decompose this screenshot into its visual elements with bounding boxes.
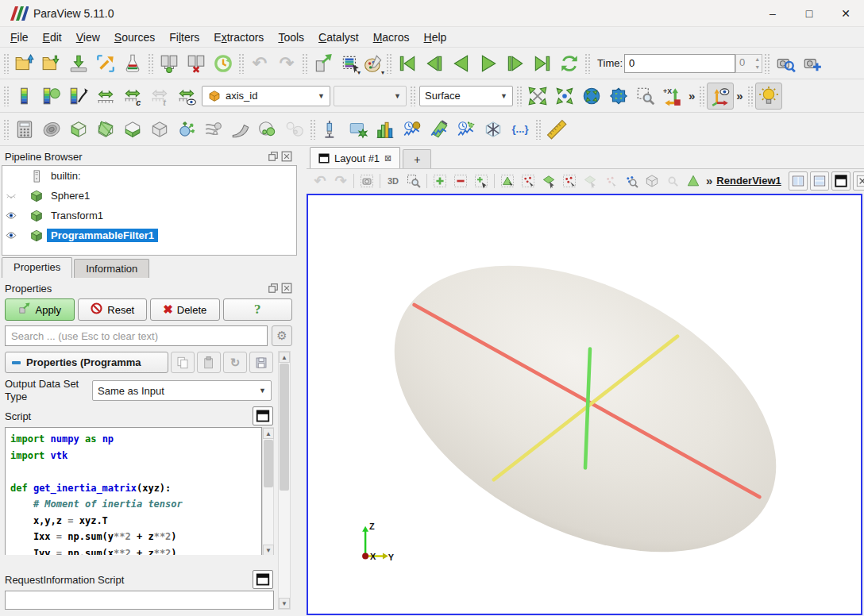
sel-points-on-button[interactable] (450, 171, 471, 191)
float-panel-icon[interactable] (268, 151, 279, 162)
pipeline-item-sphere1[interactable]: Sphere1 (2, 186, 296, 206)
toggle-legend-button[interactable] (38, 83, 65, 110)
toolbar-grip[interactable] (310, 119, 316, 140)
ungroup-button[interactable] (281, 116, 308, 143)
ruler-button[interactable] (543, 116, 570, 143)
render-view-name[interactable]: RenderView1 (716, 175, 781, 187)
viewbar-overflow[interactable]: » (704, 174, 715, 187)
hover-points-button[interactable] (621, 171, 642, 191)
copy-properties-button[interactable] (171, 352, 195, 373)
eye-closed-icon[interactable] (2, 191, 20, 201)
save-data-button[interactable] (38, 50, 65, 77)
output-dataset-type-select[interactable]: Same as Input ▼ (92, 380, 272, 401)
pipeline-item-builtin[interactable]: builtin: (2, 166, 296, 186)
camera-zoom-button[interactable] (772, 50, 799, 77)
zoom-closest-button[interactable] (605, 83, 632, 110)
reset-camera-closest-button[interactable] (578, 83, 605, 110)
split-vertical-button[interactable] (810, 171, 829, 191)
int-sel-points-button[interactable] (559, 171, 580, 191)
layout-tab[interactable]: Layout #1 ⊠ (310, 147, 400, 168)
slice-axes-button[interactable] (480, 116, 507, 143)
float-panel-icon[interactable] (268, 283, 279, 294)
plot-over-line-button[interactable] (426, 116, 453, 143)
plot-selection-time-button[interactable] (453, 116, 480, 143)
view-direction-button[interactable]: +X (659, 83, 686, 110)
close-button[interactable]: ✕ (827, 0, 864, 26)
calculator-button[interactable] (11, 116, 38, 143)
toolbar-grip[interactable] (747, 86, 754, 106)
stream-tracer-button[interactable] (200, 116, 227, 143)
close-panel-icon[interactable] (281, 283, 292, 294)
vcr-play-button[interactable] (475, 50, 502, 77)
capture-button[interactable] (357, 171, 377, 191)
light-kit-button[interactable] (755, 83, 782, 110)
close-panel-icon[interactable] (281, 151, 292, 162)
pipeline-item-transform1[interactable]: Transform1 (2, 206, 296, 225)
plot-over-time-button[interactable] (399, 116, 426, 143)
delete-button[interactable]: ✖ Delete (150, 298, 220, 321)
rescale-custom-button[interactable]: c (119, 83, 146, 110)
colormap-button[interactable] (11, 83, 38, 110)
grow-selection-button[interactable] (662, 171, 683, 191)
rescale-visible-button[interactable] (173, 83, 200, 110)
menu-catalyst[interactable]: Catalyst (311, 29, 366, 46)
programmable-filter-button[interactable]: {...} (507, 116, 534, 143)
export-scene-button[interactable] (92, 50, 119, 77)
server-connect-button[interactable] (156, 50, 183, 77)
sel-cells-on-button[interactable] (430, 171, 450, 191)
section-properties-header[interactable]: Properties (Programma (5, 352, 168, 373)
open-button[interactable] (11, 50, 38, 77)
properties-vscrollbar[interactable]: ▲ ▼ (278, 351, 291, 610)
edit-colormap-button[interactable] (65, 83, 92, 110)
expand-request-script-button[interactable] (253, 570, 273, 589)
help-button[interactable]: ? (223, 298, 293, 321)
close-view-button[interactable] (853, 171, 864, 191)
reset-button[interactable]: Reset (78, 298, 148, 321)
request-information-script-editor[interactable] (5, 591, 274, 610)
toolbar-grip[interactable] (386, 53, 392, 74)
menu-tools[interactable]: Tools (271, 29, 311, 46)
redo-button[interactable]: ↷ (273, 50, 300, 77)
vcr-loop-button[interactable] (556, 50, 583, 77)
dock-splitter[interactable] (300, 146, 307, 616)
clear-selection-button[interactable] (683, 171, 704, 191)
menu-filters[interactable]: Filters (162, 29, 206, 46)
menu-file[interactable]: File (3, 29, 36, 46)
color-array-select[interactable]: axis_id▼ (202, 86, 330, 106)
group-datasets-button[interactable] (254, 116, 281, 143)
cam-redo-button[interactable]: ↷ (330, 171, 351, 191)
sel-points-through-button[interactable] (518, 171, 538, 191)
threshold-button[interactable] (119, 116, 146, 143)
int-sel-cells-button[interactable] (538, 171, 559, 191)
vcr-prev-button[interactable] (421, 50, 448, 77)
maximize-view-button[interactable] (831, 171, 850, 191)
zoom-box-button[interactable] (403, 171, 424, 191)
toolbar-grip[interactable] (3, 86, 10, 106)
menu-help[interactable]: Help (417, 29, 454, 46)
toolbar-grip[interactable] (584, 53, 591, 74)
script-editor-vscrollbar[interactable]: ▲ ▼ (262, 427, 274, 555)
search-input[interactable] (5, 325, 268, 346)
new-layout-tab[interactable]: + (403, 149, 431, 168)
extract-subset-button[interactable] (146, 116, 173, 143)
toolbar-grip[interactable] (3, 119, 10, 140)
menu-edit[interactable]: Edit (36, 29, 69, 46)
warp-button[interactable] (227, 116, 254, 143)
menu-macros[interactable]: Macros (366, 29, 417, 46)
int-sel-cells-data-button[interactable] (580, 171, 600, 191)
reset-session-button[interactable] (210, 50, 237, 77)
minimize-button[interactable]: – (754, 0, 791, 26)
toolbar-grip[interactable] (148, 53, 154, 74)
text-3d-button[interactable]: 3D (383, 171, 403, 191)
toolbar-grip[interactable] (764, 53, 770, 74)
time-spinbox[interactable]: 0▲▼ (735, 54, 762, 73)
menu-sources[interactable]: Sources (107, 29, 162, 46)
component-select[interactable]: ▼ (334, 86, 407, 106)
server-disconnect-button[interactable] (183, 50, 210, 77)
extract-selection-button[interactable] (345, 116, 372, 143)
slice-button[interactable] (92, 116, 119, 143)
orientation-axes-button[interactable] (707, 83, 734, 110)
rescale-temporal-button[interactable]: t (146, 83, 173, 110)
expand-script-button[interactable] (253, 406, 273, 425)
int-sel-points-data-button[interactable] (600, 171, 621, 191)
